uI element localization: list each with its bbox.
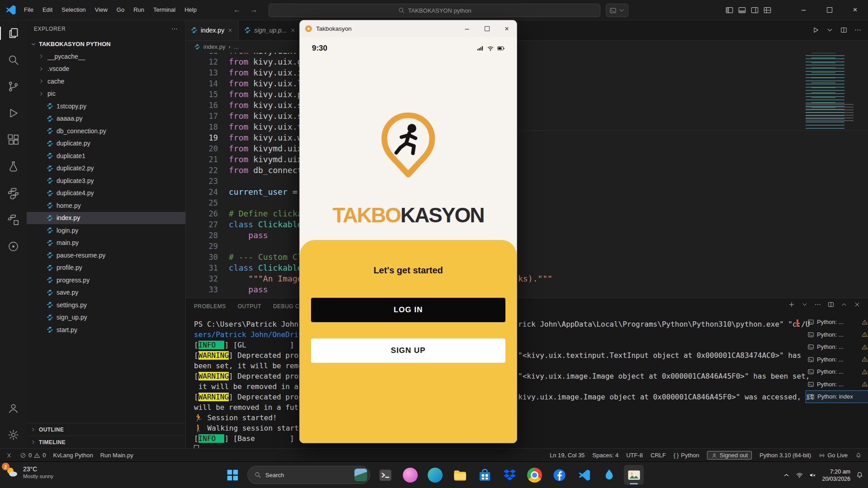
activity-ext-icon[interactable]: [0, 127, 27, 153]
explorer-item-duplicate4.py[interactable]: duplicate4.py: [27, 187, 185, 200]
explorer-item-duplicate2.py[interactable]: duplicate2.py: [27, 162, 185, 175]
app-minimize-button[interactable]: –: [457, 20, 477, 37]
layout-custom-icon[interactable]: [763, 6, 772, 14]
layout-panel-icon[interactable]: [738, 6, 746, 14]
breadcrumb[interactable]: index.py › ...: [185, 40, 868, 53]
taskbar-app-photos[interactable]: [400, 465, 420, 485]
layout-sidebar-icon[interactable]: [725, 6, 734, 14]
status-utf-8[interactable]: UTF-8: [626, 452, 643, 459]
split-icon[interactable]: [840, 26, 848, 34]
wifi-icon[interactable]: [796, 471, 803, 479]
taskbar-app-terminal[interactable]: [375, 465, 395, 485]
terminal-list-item[interactable]: Python: ...: [806, 378, 868, 391]
explorer-item-save.py[interactable]: save.py: [27, 286, 185, 299]
taskbar-app-drop[interactable]: [599, 465, 619, 485]
volume-muted-icon[interactable]: [809, 471, 816, 479]
menu-terminal[interactable]: Terminal: [149, 0, 180, 20]
menu-edit[interactable]: Edit: [38, 0, 57, 20]
activity-python-env-icon[interactable]: [0, 206, 27, 233]
app-maximize-button[interactable]: [477, 20, 497, 37]
minimize-button[interactable]: –: [791, 0, 816, 20]
timeline-section[interactable]: TIMELINE: [27, 436, 185, 448]
menu-go[interactable]: Go: [112, 0, 129, 20]
explorer-item-home.py[interactable]: home.py: [27, 199, 185, 212]
menu-help[interactable]: Help: [180, 0, 201, 20]
status-kvlang-python[interactable]: KvLang Python: [53, 452, 93, 459]
explorer-item-db_connection.py[interactable]: db_connection.py: [27, 125, 185, 137]
chevdown-icon[interactable]: [801, 301, 808, 308]
hidden-icons-chevron[interactable]: [783, 471, 790, 479]
explorer-item-duplicate1[interactable]: duplicate1: [27, 150, 185, 162]
status-signed-out[interactable]: Signed out: [707, 451, 752, 460]
taskbar-app-running-app[interactable]: [624, 465, 644, 485]
explorer-item-pause-resume.py[interactable]: pause-resume.py: [27, 249, 185, 262]
split-icon[interactable]: [827, 301, 835, 308]
explorer-root-folder[interactable]: TAKBOKASYON PYTHON: [27, 38, 185, 50]
taskbar-app-facebook[interactable]: [549, 465, 569, 485]
explorer-item-start.py[interactable]: start.py: [27, 324, 185, 336]
status-problems[interactable]: 0 0: [20, 452, 46, 459]
menu-selection[interactable]: Selection: [57, 0, 90, 20]
status-python-3-10-64-bit-[interactable]: Python 3.10 (64-bit): [760, 452, 811, 459]
play-icon[interactable]: [812, 26, 820, 34]
explorer-item-login.py[interactable]: login.py: [27, 224, 185, 237]
taskbar-app-dropbox[interactable]: [500, 465, 519, 485]
explorer-item-main.py[interactable]: main.py: [27, 237, 185, 249]
status-bell[interactable]: [855, 452, 862, 459]
activity-git-icon[interactable]: [0, 73, 27, 100]
panel-tab-output[interactable]: OUTPUT: [238, 303, 261, 310]
command-center-search[interactable]: TAKBOKASYON python: [269, 4, 600, 17]
explorer-item-pic[interactable]: pic: [27, 88, 185, 100]
plus-icon[interactable]: [788, 301, 795, 308]
explorer-item-duplicate3.py[interactable]: duplicate3.py: [27, 174, 185, 187]
editor-tab-index.py[interactable]: index.py: [185, 20, 239, 40]
code-area[interactable]: 11from kivy.uix.fl12from kivy.uix.gr13fr…: [185, 50, 868, 298]
close-button[interactable]: ×: [842, 0, 868, 20]
activity-account-icon[interactable]: [0, 395, 27, 422]
explorer-item-sign_up.py[interactable]: sign_up.py: [27, 311, 185, 324]
explorer-item-cache[interactable]: cache: [27, 75, 185, 88]
explorer-item-__pycache__[interactable]: __pycache__: [27, 50, 185, 63]
taskbar-app-vscode[interactable]: [574, 465, 594, 485]
explorer-item-settings.py[interactable]: settings.py: [27, 299, 185, 311]
terminal-list-item[interactable]: Python: ...: [806, 366, 868, 378]
explorer-item-duplicate.py[interactable]: duplicate.py: [27, 137, 185, 150]
tab-close-icon[interactable]: [227, 28, 233, 33]
dots-icon[interactable]: [814, 301, 821, 308]
taskbar-app-store[interactable]: [475, 465, 495, 485]
status-python[interactable]: { }Python: [674, 452, 699, 459]
weather-widget[interactable]: 2 23°C Mostly sunny: [5, 465, 53, 479]
terminal-list-item[interactable]: Python: ...: [806, 341, 868, 353]
menu-run[interactable]: Run: [129, 0, 149, 20]
activity-debug-icon[interactable]: [0, 100, 27, 127]
status-crlf[interactable]: CRLF: [651, 452, 666, 459]
explorer-item-aaaaa.py[interactable]: aaaaa.py: [27, 113, 185, 125]
terminal-list-item[interactable]: Python: ...: [806, 316, 868, 328]
activity-gear-icon[interactable]: [0, 422, 27, 448]
back-arrow-icon[interactable]: ←: [233, 5, 241, 14]
taskbar-app-chrome[interactable]: [524, 465, 544, 485]
more-actions-icon[interactable]: [171, 25, 178, 33]
dots-icon[interactable]: [854, 26, 862, 34]
menu-view[interactable]: View: [90, 0, 112, 20]
app-close-button[interactable]: ×: [497, 20, 517, 37]
chevdown-icon[interactable]: [826, 26, 834, 34]
taskbar-search[interactable]: Search: [247, 466, 370, 484]
layout-secondary-icon[interactable]: [750, 6, 759, 14]
notification-bell-icon[interactable]: [856, 471, 863, 479]
maximize-button[interactable]: [816, 0, 842, 20]
chevup-icon[interactable]: [840, 301, 848, 308]
activity-search-icon[interactable]: [0, 47, 27, 73]
close-icon[interactable]: [854, 301, 861, 308]
terminal-list-item[interactable]: Python: index: [806, 390, 868, 403]
explorer-item-1stcopy.py[interactable]: 1stcopy.py: [27, 100, 185, 113]
status-ln-19-col-35[interactable]: Ln 19, Col 35: [550, 452, 585, 459]
forward-arrow-icon[interactable]: →: [250, 5, 258, 14]
outline-section[interactable]: OUTLINE: [27, 423, 185, 436]
panel-tab-problems[interactable]: PROBLEMS: [194, 303, 226, 310]
activity-files-icon[interactable]: [0, 20, 27, 47]
login-button[interactable]: LOG IN: [311, 298, 505, 322]
activity-circle-icon[interactable]: [0, 233, 27, 260]
activity-python-icon[interactable]: [0, 180, 27, 206]
editor-tab-sign_up.p...[interactable]: sign_up.p...: [239, 20, 301, 40]
